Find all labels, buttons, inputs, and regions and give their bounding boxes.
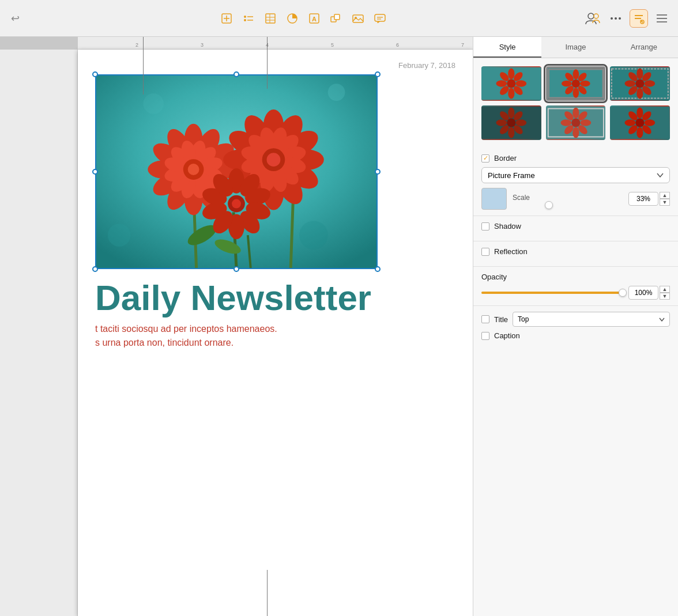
svg-point-157: [560, 119, 571, 126]
handle-middle-right[interactable]: [375, 169, 381, 175]
right-panel: Style Image Arrange: [473, 37, 678, 616]
handle-bottom-center[interactable]: [233, 266, 239, 272]
canvas-area: 2 3 4 5 6 7 February 7, 2018: [0, 37, 473, 616]
opacity-slider[interactable]: [481, 292, 623, 294]
svg-point-112: [508, 88, 514, 99]
title-position-dropdown[interactable]: Top: [513, 312, 670, 327]
tab-style[interactable]: Style: [473, 37, 541, 58]
color-swatch[interactable]: [481, 188, 507, 210]
handle-bottom-right[interactable]: [375, 266, 381, 272]
svg-point-121: [580, 81, 590, 87]
caption-label: Caption: [494, 331, 520, 340]
opacity-stepper: ▲ ▼: [660, 286, 670, 300]
view-button[interactable]: [653, 9, 671, 28]
opacity-stepper-down[interactable]: ▼: [660, 293, 670, 300]
svg-point-123: [572, 88, 579, 98]
svg-point-138: [636, 79, 645, 88]
format-panel-button[interactable]: [630, 9, 648, 28]
svg-point-3: [244, 16, 246, 18]
svg-point-108: [508, 69, 514, 80]
shadow-section: Shadow: [473, 216, 678, 241]
preset-4[interactable]: [481, 105, 541, 140]
svg-point-127: [571, 80, 579, 88]
more-button[interactable]: [607, 9, 625, 28]
scale-slider-thumb[interactable]: [545, 201, 553, 209]
reflection-label: Reflection: [494, 247, 528, 256]
title-position-value: Top: [518, 315, 529, 323]
table-button[interactable]: [261, 9, 280, 28]
svg-rect-7: [266, 14, 275, 23]
comment-button[interactable]: [371, 9, 389, 28]
ruler-mark-2: 2: [135, 42, 147, 48]
svg-point-155: [572, 127, 579, 138]
svg-point-165: [637, 127, 643, 138]
border-checkbox[interactable]: [481, 154, 489, 162]
preset-2[interactable]: [546, 66, 606, 101]
callout-line-right: [267, 37, 268, 89]
title-caption-section: Title Top Caption: [473, 306, 678, 350]
scale-stepper-down[interactable]: ▼: [660, 199, 670, 206]
image-button[interactable]: [349, 9, 367, 28]
svg-point-151: [572, 108, 579, 119]
collab-button[interactable]: [583, 9, 602, 28]
scale-value-input[interactable]: [628, 192, 658, 206]
opacity-section: Opacity ▲ ▼: [473, 267, 678, 306]
shadow-checkbox[interactable]: [481, 222, 489, 230]
doc-date: February 7, 2018: [95, 61, 455, 70]
undo-button[interactable]: ↩: [7, 10, 23, 27]
chart-button[interactable]: [283, 9, 302, 28]
svg-point-23: [611, 17, 613, 20]
svg-point-132: [645, 80, 656, 86]
svg-point-36: [143, 93, 164, 114]
svg-point-106: [232, 199, 241, 209]
ruler-mark-4: 4: [266, 42, 277, 48]
title-label: Title: [494, 315, 508, 324]
scale-label: Scale: [513, 194, 623, 202]
caption-row: Caption: [481, 331, 670, 340]
opacity-stepper-up[interactable]: ▲: [660, 286, 670, 293]
reflection-checkbox[interactable]: [481, 248, 489, 256]
preset-6[interactable]: [610, 105, 670, 140]
image-container[interactable]: [95, 74, 378, 269]
svg-point-94: [267, 153, 281, 167]
newsletter-title: Daily Newsletter: [95, 278, 455, 318]
ruler-mark-5: 5: [331, 42, 342, 48]
preset-3[interactable]: [610, 66, 670, 101]
preset-5[interactable]: [546, 105, 606, 140]
opacity-value-input[interactable]: [628, 286, 658, 300]
selected-image[interactable]: [95, 74, 378, 269]
svg-point-130: [637, 69, 643, 80]
handle-top-left[interactable]: [92, 71, 98, 77]
svg-point-22: [594, 14, 598, 18]
tab-arrange[interactable]: Arrange: [610, 37, 678, 58]
svg-point-153: [580, 119, 591, 126]
opacity-slider-thumb[interactable]: [619, 289, 627, 297]
svg-point-148: [507, 118, 515, 127]
svg-point-110: [515, 80, 526, 86]
handle-bottom-left[interactable]: [92, 266, 98, 272]
preset-1[interactable]: [481, 66, 541, 101]
document-page: February 7, 2018: [78, 50, 473, 616]
tab-image[interactable]: Image: [541, 37, 609, 58]
toolbar-center: A: [217, 9, 389, 28]
format-tabs: Style Image Arrange: [473, 37, 678, 58]
handle-middle-left[interactable]: [92, 169, 98, 175]
title-checkbox[interactable]: [481, 315, 489, 323]
insert-button[interactable]: [217, 9, 236, 28]
shapes-button[interactable]: [327, 9, 345, 28]
shadow-label: Shadow: [494, 222, 521, 230]
border-label: Border: [494, 154, 517, 162]
border-style-dropdown[interactable]: Picture Frame: [481, 167, 670, 183]
handle-top-center[interactable]: [233, 71, 239, 77]
text-button[interactable]: A: [305, 9, 323, 28]
list-button[interactable]: [239, 9, 258, 28]
svg-point-33: [108, 224, 131, 247]
scale-stepper-up[interactable]: ▲: [660, 192, 670, 199]
reflection-section: Reflection: [473, 241, 678, 267]
caption-checkbox[interactable]: [481, 332, 489, 340]
app-window: ↩ A: [0, 0, 678, 616]
handle-top-right[interactable]: [375, 71, 381, 77]
svg-point-142: [515, 119, 526, 126]
scale-stepper: ▲ ▼: [660, 192, 670, 206]
svg-point-163: [645, 119, 656, 126]
